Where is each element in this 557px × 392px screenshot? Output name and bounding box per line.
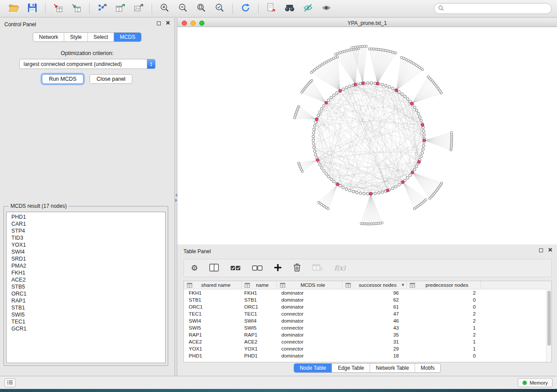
network-leaf-node[interactable]: [335, 53, 337, 55]
export-image-button[interactable]: [130, 2, 148, 16]
search-input[interactable]: [446, 5, 547, 12]
network-node[interactable]: [321, 107, 323, 110]
network-dominator-node[interactable]: [316, 158, 319, 162]
network-leaf-node[interactable]: [425, 199, 427, 201]
network-dominator-node[interactable]: [339, 89, 342, 93]
network-dominator-node[interactable]: [369, 193, 372, 196]
tab-network[interactable]: Network: [33, 33, 64, 41]
network-dominator-node[interactable]: [410, 102, 413, 105]
network-node[interactable]: [394, 186, 397, 188]
network-leaf-node[interactable]: [301, 170, 303, 172]
network-leaf-node[interactable]: [400, 56, 402, 58]
column-header-name[interactable]: name: [242, 281, 277, 289]
window-close-button[interactable]: [182, 21, 187, 26]
network-node[interactable]: [398, 183, 401, 186]
select-all-button[interactable]: [230, 264, 241, 273]
network-node[interactable]: [391, 187, 394, 190]
network-node[interactable]: [374, 192, 377, 195]
table-row[interactable]: STB1STB1dominator620: [184, 296, 551, 303]
mcds-result-item[interactable]: PMA2: [11, 262, 165, 269]
table-row[interactable]: YOX1YOX1connector291: [184, 345, 551, 352]
mcds-result-item[interactable]: SWI5: [11, 311, 165, 318]
network-svg[interactable]: [177, 27, 557, 244]
network-node[interactable]: [342, 186, 344, 189]
tab-style[interactable]: Style: [64, 33, 88, 41]
mcds-result-item[interactable]: STB1: [11, 304, 165, 311]
run-mcds-button[interactable]: Run MCDS: [42, 74, 83, 84]
refresh-button[interactable]: [237, 2, 254, 16]
network-node[interactable]: [413, 106, 416, 109]
status-menu-button[interactable]: [4, 378, 16, 387]
network-node[interactable]: [381, 191, 384, 193]
network-node[interactable]: [363, 193, 366, 195]
save-button[interactable]: [24, 2, 41, 16]
network-dominator-node[interactable]: [423, 139, 426, 142]
show-button[interactable]: [318, 2, 335, 16]
deselect-all-button[interactable]: [252, 264, 263, 273]
network-node[interactable]: [313, 124, 316, 127]
tab-motifs[interactable]: Motifs: [415, 364, 440, 372]
float-panel-icon[interactable]: [157, 21, 161, 25]
network-node[interactable]: [327, 175, 330, 178]
column-browser-button[interactable]: [209, 264, 219, 273]
import-network-button[interactable]: [49, 2, 67, 16]
network-node[interactable]: [312, 143, 315, 145]
tab-network-table[interactable]: Network Table: [370, 364, 415, 372]
tab-mcds[interactable]: MCDS: [114, 33, 141, 41]
mcds-result-item[interactable]: TID3: [11, 234, 165, 241]
export-network-button[interactable]: [93, 2, 111, 16]
network-node[interactable]: [332, 180, 335, 183]
network-node[interactable]: [420, 119, 422, 122]
network-node[interactable]: [370, 82, 373, 84]
network-node[interactable]: [327, 99, 330, 102]
network-node[interactable]: [317, 114, 320, 117]
network-node[interactable]: [330, 178, 332, 180]
mcds-result-item[interactable]: GCR1: [11, 325, 165, 332]
network-node[interactable]: [352, 190, 355, 193]
import-table-button[interactable]: [68, 2, 85, 16]
table-row[interactable]: ORC1ORC1dominator610: [184, 303, 551, 310]
network-node[interactable]: [321, 167, 323, 169]
network-dominator-node[interactable]: [315, 118, 318, 121]
chevron-down-icon[interactable]: ▾: [401, 282, 404, 288]
network-node[interactable]: [420, 155, 422, 158]
memory-button[interactable]: Memory: [518, 378, 553, 387]
table-row[interactable]: ACE2ACE2connector311: [184, 338, 551, 345]
mcds-result-item[interactable]: RAP1: [11, 297, 165, 304]
network-node[interactable]: [349, 85, 351, 88]
network-node[interactable]: [332, 94, 335, 96]
mcds-result-item[interactable]: CAR1: [11, 220, 165, 227]
network-leaf-node[interactable]: [327, 208, 329, 210]
network-leaf-node[interactable]: [427, 76, 429, 78]
table-scrollbar-thumb[interactable]: [547, 291, 551, 346]
table-row[interactable]: FKH1FKH1dominator962: [184, 289, 551, 296]
mcds-result-item[interactable]: STP4: [11, 227, 165, 234]
network-node[interactable]: [322, 104, 325, 107]
network-leaf-node[interactable]: [441, 182, 443, 184]
network-dominator-node[interactable]: [418, 160, 421, 163]
table-row[interactable]: TEC1TEC1connector472: [184, 310, 551, 317]
network-leaf-node[interactable]: [294, 117, 296, 119]
network-node[interactable]: [401, 93, 403, 96]
network-dominator-node[interactable]: [354, 83, 357, 86]
column-header-mcds-role[interactable]: MCDS role: [277, 281, 343, 289]
network-node[interactable]: [415, 165, 418, 168]
tab-select[interactable]: Select: [88, 33, 114, 41]
network-node[interactable]: [419, 116, 421, 118]
mcds-result-item[interactable]: STB5: [11, 283, 165, 290]
network-node[interactable]: [422, 130, 425, 132]
network-node[interactable]: [325, 172, 327, 175]
zoom-fit-button[interactable]: [193, 2, 210, 16]
network-node[interactable]: [381, 83, 384, 86]
mcds-result-item[interactable]: PHD1: [11, 213, 165, 220]
delete-column-button[interactable]: [293, 263, 301, 273]
close-table-panel-icon[interactable]: ✕: [548, 248, 553, 252]
network-node[interactable]: [391, 87, 394, 89]
network-dominator-node[interactable]: [395, 89, 398, 92]
export-table-button[interactable]: [112, 2, 129, 16]
clipboard-share-button[interactable]: [263, 2, 280, 16]
network-node[interactable]: [423, 134, 426, 136]
network-canvas[interactable]: [177, 27, 557, 244]
network-node[interactable]: [313, 150, 316, 152]
tab-node-table[interactable]: Node Table: [294, 364, 332, 372]
